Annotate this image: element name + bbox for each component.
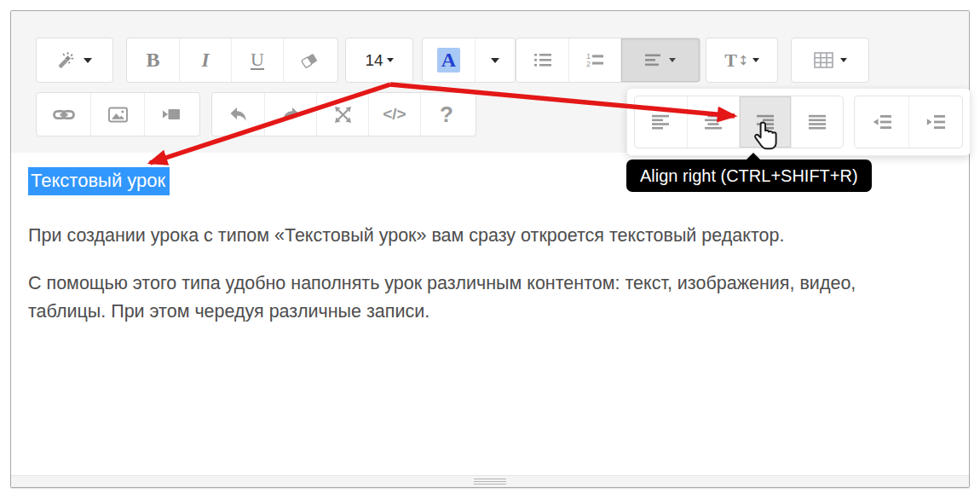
undo-button[interactable] bbox=[212, 93, 264, 136]
paragraph[interactable]: С помощью этого типа удобно наполнять ур… bbox=[28, 270, 885, 326]
video-button[interactable] bbox=[144, 93, 198, 136]
unordered-list-button[interactable] bbox=[516, 38, 568, 82]
font-style-group: B I U bbox=[126, 38, 338, 83]
indent-button[interactable] bbox=[908, 96, 962, 148]
magic-wand-icon bbox=[57, 51, 78, 69]
line-height-group: T ↕ bbox=[706, 38, 778, 83]
link-icon bbox=[53, 107, 75, 122]
fullscreen-button[interactable] bbox=[316, 93, 368, 136]
align-buttons-group bbox=[634, 96, 844, 148]
redo-button[interactable] bbox=[264, 93, 316, 136]
style-group bbox=[36, 38, 113, 83]
align-right-button[interactable] bbox=[739, 96, 791, 148]
ordered-num-2: 2 bbox=[586, 60, 591, 68]
table-dropdown-button[interactable] bbox=[792, 38, 868, 82]
rich-text-editor: B I U 14 bbox=[10, 10, 970, 488]
caret-down-icon bbox=[491, 58, 499, 63]
outdent-icon bbox=[873, 114, 891, 130]
image-icon bbox=[108, 107, 128, 123]
caret-down-icon bbox=[752, 58, 759, 62]
line-height-dropdown-button[interactable]: T ↕ bbox=[706, 38, 777, 82]
paragraph-align-dropdown-button[interactable] bbox=[620, 38, 700, 82]
font-size-group: 14 bbox=[345, 38, 413, 83]
misc-group: </> ? bbox=[211, 92, 476, 136]
magic-style-dropdown-button[interactable] bbox=[37, 38, 112, 82]
align-dropdown-popup bbox=[626, 88, 971, 156]
underline-label: U bbox=[251, 50, 264, 70]
ordered-list-icon: 1 2 bbox=[586, 53, 603, 68]
caret-down-icon bbox=[840, 58, 847, 62]
font-size-dropdown-button[interactable]: 14 bbox=[346, 38, 412, 82]
justify-icon bbox=[809, 114, 827, 130]
align-center-icon bbox=[705, 114, 723, 130]
bold-label: B bbox=[146, 49, 159, 72]
unordered-list-icon bbox=[534, 53, 551, 67]
line-height-label: T bbox=[724, 49, 737, 72]
bold-button[interactable]: B bbox=[127, 38, 179, 82]
font-color-dropdown-button[interactable] bbox=[475, 38, 515, 82]
up-down-arrow-icon: ↕ bbox=[738, 53, 749, 68]
align-right-icon bbox=[757, 114, 775, 130]
fullscreen-icon bbox=[334, 106, 352, 124]
video-icon bbox=[162, 107, 181, 122]
resize-handle[interactable] bbox=[474, 479, 506, 484]
underline-button[interactable]: U bbox=[231, 38, 283, 82]
font-size-value: 14 bbox=[365, 51, 383, 70]
caret-down-icon bbox=[387, 58, 394, 62]
font-color-group: A bbox=[422, 38, 516, 83]
undo-icon bbox=[229, 107, 248, 122]
help-button[interactable]: ? bbox=[420, 93, 472, 136]
selected-text[interactable]: Текстовый урок bbox=[28, 167, 170, 195]
page: { "colors": { "selection_blue": "#3297fd… bbox=[0, 0, 980, 499]
font-color-button[interactable]: A bbox=[423, 38, 475, 82]
tooltip: Align right (CTRL+SHIFT+R) bbox=[626, 160, 872, 192]
align-icon bbox=[645, 54, 662, 67]
code-view-button[interactable]: </> bbox=[368, 93, 420, 136]
table-group bbox=[791, 38, 869, 83]
paragraph[interactable]: При создании урока с типом «Текстовый ур… bbox=[28, 222, 885, 250]
italic-label: I bbox=[202, 49, 210, 72]
font-color-swatch: A bbox=[437, 48, 460, 73]
clear-formatting-button[interactable] bbox=[283, 38, 336, 82]
italic-button[interactable]: I bbox=[179, 38, 231, 82]
ordered-list-button[interactable]: 1 2 bbox=[568, 38, 620, 82]
align-left-icon bbox=[652, 114, 670, 130]
link-button[interactable] bbox=[37, 93, 90, 136]
align-left-button[interactable] bbox=[635, 96, 687, 148]
code-view-label: </> bbox=[383, 105, 406, 124]
help-label: ? bbox=[440, 102, 453, 128]
indent-buttons-group bbox=[854, 96, 963, 148]
redo-icon bbox=[281, 107, 300, 122]
outdent-button[interactable] bbox=[855, 96, 908, 148]
eraser-icon bbox=[300, 52, 320, 69]
caret-down-icon bbox=[84, 58, 92, 63]
statusbar bbox=[11, 475, 969, 487]
indent-icon bbox=[926, 114, 945, 130]
editor-content[interactable]: Текстовый урок При создании урока с типо… bbox=[11, 153, 969, 475]
insert-group bbox=[36, 92, 200, 136]
paragraph-group: 1 2 bbox=[516, 38, 700, 83]
justify-button[interactable] bbox=[791, 96, 843, 148]
caret-down-icon bbox=[669, 58, 676, 62]
align-center-button[interactable] bbox=[687, 96, 739, 148]
table-icon bbox=[814, 52, 833, 68]
image-button[interactable] bbox=[90, 93, 144, 136]
